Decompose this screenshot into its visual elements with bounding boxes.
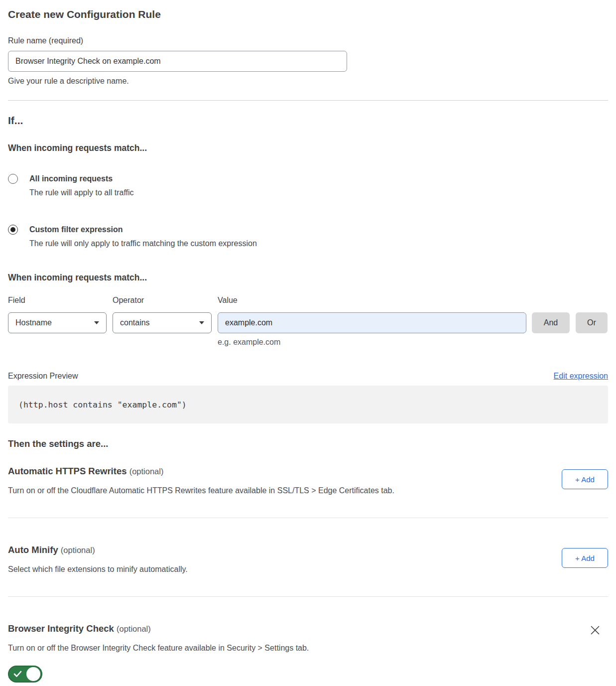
filter-builder-heading: When incoming requests match...: [8, 272, 608, 283]
or-button[interactable]: Or: [576, 312, 608, 333]
toggle-knob[interactable]: [26, 667, 40, 681]
edit-expression-link[interactable]: Edit expression: [554, 371, 608, 381]
filter-builder-row: Hostname contains e.g. example.com And O…: [8, 312, 608, 347]
expression-code: (http.host contains "example.com"): [18, 400, 187, 410]
operator-select-value: contains: [120, 318, 150, 327]
setting-text: Automatic HTTPS Rewrites (optional) Turn…: [8, 465, 394, 496]
radio-option-custom-filter-expression[interactable]: Custom filter expression The rule will o…: [8, 224, 608, 249]
setting-description: Select which file extensions to minify a…: [8, 564, 188, 574]
create-configuration-rule-page: Create new Configuration Rule Rule name …: [0, 8, 616, 685]
chevron-down-icon: [199, 321, 204, 324]
field-column-label: Field: [8, 295, 113, 305]
setting-divider: [8, 518, 608, 518]
setting-title: Automatic HTTPS Rewrites (optional): [8, 465, 394, 477]
add-automatic-https-rewrites-button[interactable]: + Add: [562, 469, 608, 489]
setting-browser-integrity-check: Browser Integrity Check (optional) Turn …: [8, 623, 608, 685]
setting-title: Auto Minify (optional): [8, 544, 188, 556]
setting-optional-tag: (optional): [129, 467, 164, 476]
operator-column-label: Operator: [113, 295, 218, 305]
radio-option-label: Custom filter expression: [29, 224, 257, 235]
expression-preview-row: Expression Preview Edit expression: [8, 371, 608, 381]
expression-code-box: (http.host contains "example.com"): [8, 386, 608, 423]
setting-text: Auto Minify (optional) Select which file…: [8, 544, 188, 574]
field-select-value: Hostname: [15, 318, 52, 327]
radio-option-text: Custom filter expression The rule will o…: [29, 224, 257, 249]
setting-title-text: Auto Minify: [8, 545, 58, 555]
value-field-wrap: e.g. example.com: [218, 312, 526, 347]
radio-checked-icon[interactable]: [8, 225, 18, 235]
setting-title-text: Browser Integrity Check: [8, 623, 114, 634]
chevron-down-icon: [94, 321, 99, 324]
radio-option-description: The rule will apply to all traffic: [29, 187, 134, 198]
setting-auto-minify: Auto Minify (optional) Select which file…: [8, 544, 608, 574]
close-icon[interactable]: [589, 625, 601, 637]
and-button[interactable]: And: [532, 312, 570, 333]
field-select[interactable]: Hostname: [8, 312, 107, 333]
rule-name-helper: Give your rule a descriptive name.: [8, 76, 608, 86]
radio-option-description: The rule will only apply to traffic matc…: [29, 238, 257, 249]
check-icon: [13, 670, 22, 678]
setting-optional-tag: (optional): [61, 546, 95, 554]
operator-select[interactable]: contains: [113, 312, 212, 333]
setting-title: Browser Integrity Check (optional): [8, 623, 309, 635]
section-divider: [8, 100, 608, 101]
expression-preview-label: Expression Preview: [8, 371, 78, 381]
setting-automatic-https-rewrites: Automatic HTTPS Rewrites (optional) Turn…: [8, 465, 608, 496]
setting-description: Turn on or off the Browser Integrity Che…: [8, 643, 309, 653]
value-helper: e.g. example.com: [218, 337, 526, 347]
radio-option-text: All incoming requests The rule will appl…: [29, 173, 134, 198]
radio-option-all-incoming-requests[interactable]: All incoming requests The rule will appl…: [8, 173, 608, 198]
rule-name-input[interactable]: [8, 51, 347, 72]
setting-description: Turn on or off the Cloudflare Automatic …: [8, 486, 394, 496]
setting-title-text: Automatic HTTPS Rewrites: [8, 466, 127, 476]
setting-text: Browser Integrity Check (optional) Turn …: [8, 623, 309, 685]
value-input[interactable]: [218, 312, 526, 333]
add-auto-minify-button[interactable]: + Add: [562, 548, 608, 568]
match-heading: When incoming requests match...: [8, 142, 608, 153]
radio-option-label: All incoming requests: [29, 173, 134, 184]
if-heading: If...: [8, 114, 608, 127]
value-column-label: Value: [218, 295, 532, 305]
radio-unchecked-icon[interactable]: [8, 174, 18, 184]
page-title: Create new Configuration Rule: [8, 8, 608, 21]
setting-divider: [8, 596, 608, 597]
browser-integrity-check-toggle[interactable]: [8, 666, 42, 683]
setting-optional-tag: (optional): [117, 624, 151, 633]
rule-name-label: Rule name (required): [8, 36, 608, 46]
filter-builder-column-labels: Field Operator Value: [8, 295, 608, 305]
then-settings-heading: Then the settings are...: [8, 438, 608, 449]
